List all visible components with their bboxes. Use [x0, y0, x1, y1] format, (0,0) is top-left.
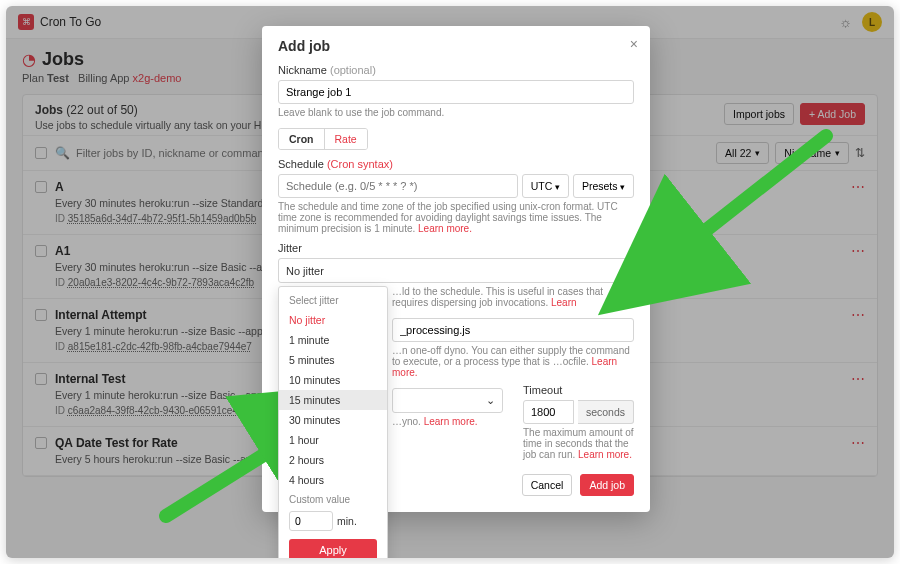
jitter-option[interactable]: 5 minutes: [279, 350, 387, 370]
jitter-custom-input[interactable]: [289, 511, 333, 531]
learn-more-link[interactable]: Learn more.: [418, 223, 472, 234]
cancel-button[interactable]: Cancel: [522, 474, 573, 496]
jitter-option[interactable]: 30 minutes: [279, 410, 387, 430]
chevron-down-icon: ⌄: [617, 264, 626, 277]
learn-more-link[interactable]: Learn more.: [578, 449, 632, 460]
jitter-option[interactable]: No jitter: [279, 310, 387, 330]
jitter-option[interactable]: 15 minutes: [279, 390, 387, 410]
dyno-select[interactable]: ⌄: [392, 388, 503, 413]
presets-button[interactable]: Presets: [573, 174, 634, 198]
nickname-input[interactable]: [278, 80, 634, 104]
timeout-label: Timeout: [523, 384, 634, 396]
chevron-down-icon: ⌄: [486, 394, 495, 407]
schedule-type-tabs: Cron Rate: [278, 128, 368, 150]
learn-more-link[interactable]: Learn: [551, 297, 577, 308]
add-job-modal: × Add job Nickname (optional) Leave blan…: [262, 26, 650, 512]
close-icon[interactable]: ×: [630, 36, 638, 52]
command-input[interactable]: [392, 318, 634, 342]
jitter-option[interactable]: 1 hour: [279, 430, 387, 450]
jitter-option[interactable]: 4 hours: [279, 470, 387, 490]
tab-rate[interactable]: Rate: [324, 129, 367, 149]
schedule-label: Schedule (Cron syntax): [278, 158, 634, 170]
cron-syntax-link[interactable]: (Cron syntax): [327, 158, 393, 170]
timeout-unit: seconds: [578, 400, 634, 424]
schedule-hint: The schedule and time zone of the job sp…: [278, 201, 634, 234]
command-hint: …n one-off dyno. You can either supply t…: [392, 345, 634, 378]
jitter-option[interactable]: 10 minutes: [279, 370, 387, 390]
jitter-option[interactable]: 2 hours: [279, 450, 387, 470]
tab-cron[interactable]: Cron: [279, 129, 324, 149]
modal-title: Add job: [278, 38, 634, 54]
nickname-hint: Leave blank to use the job command.: [278, 107, 634, 118]
nickname-label: Nickname (optional): [278, 64, 634, 76]
jitter-custom-unit: min.: [337, 515, 357, 527]
jitter-custom-label: Custom value: [279, 490, 387, 509]
jitter-hint: …ld to the schedule. This is useful in c…: [392, 286, 634, 308]
submit-add-job-button[interactable]: Add job: [580, 474, 634, 496]
learn-more-link[interactable]: Learn more.: [424, 416, 478, 427]
jitter-dropdown-header: Select jitter: [279, 293, 387, 310]
jitter-dropdown: Select jitter No jitter1 minute5 minutes…: [278, 286, 388, 558]
jitter-apply-button[interactable]: Apply: [289, 539, 377, 558]
jitter-label: Jitter: [278, 242, 634, 254]
schedule-input[interactable]: [278, 174, 518, 198]
timeout-input[interactable]: [523, 400, 574, 424]
timeout-hint: The maximum amount of time in seconds th…: [523, 427, 634, 460]
jitter-select[interactable]: No jitter⌄: [278, 258, 634, 283]
timezone-button[interactable]: UTC: [522, 174, 569, 198]
jitter-option[interactable]: 1 minute: [279, 330, 387, 350]
dyno-hint: …yno. Learn more.: [392, 416, 503, 427]
